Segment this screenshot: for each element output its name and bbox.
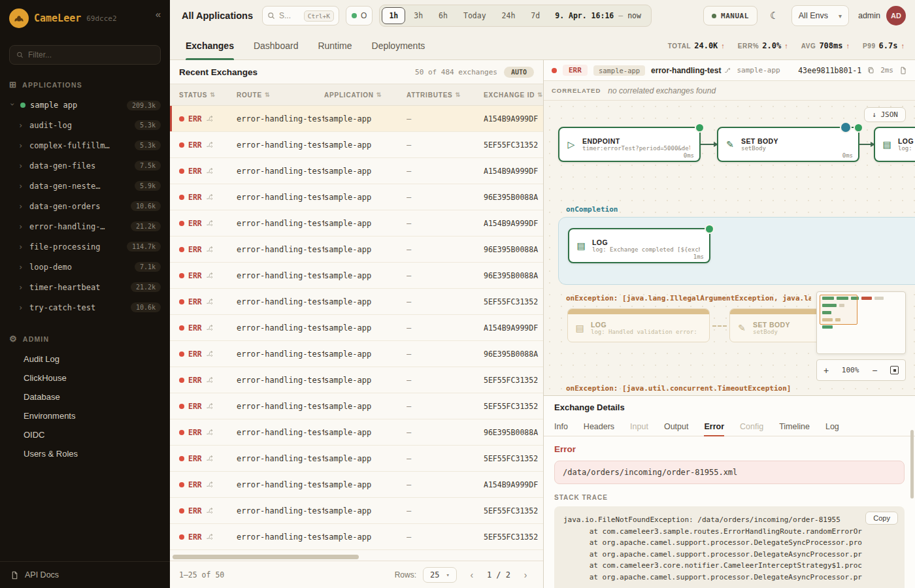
details-tab[interactable]: Input [630,417,648,436]
live-toggle[interactable]: O [346,6,373,25]
main-tab[interactable]: Dashboard [254,31,299,59]
exchange-row[interactable]: ERR error-handling-test sample-app — 5EF… [170,498,543,524]
zoom-out-button[interactable]: − [872,365,877,376]
global-search[interactable]: S... Ctrl+K [262,6,339,25]
details-tab[interactable]: Timeline [779,417,810,436]
manual-refresh-button[interactable]: MANUAL [703,6,757,25]
environment-select[interactable]: All Envs ▾ [791,5,849,26]
sidebar-route-item[interactable]: › complex-fulfillm… 5.3k [0,135,170,155]
error-dot [179,430,184,435]
details-title: Exchange Details [544,396,915,417]
route-flow-diagram[interactable]: ↓ JSON ▷ ENDPOINT timer:errorTest?period… [544,101,915,395]
copy-button[interactable]: Copy [865,512,898,525]
flow-node-endpoint[interactable]: ▷ ENDPOINT timer:errorTest?period=5000&d… [558,127,701,162]
flow-node-exception-log[interactable]: ▤ LOG log: Handled validation error: ${e… [567,308,710,342]
exchange-row[interactable]: ERR error-handling-test sample-app — 5EF… [170,289,543,315]
exchange-row[interactable]: ERR error-handling-test sample-app — 96E… [170,263,543,289]
main-tab[interactable]: Exchanges [186,31,234,59]
branch-icon [206,481,213,488]
sidebar-admin-item[interactable]: ClickHouse [0,368,170,387]
details-tab[interactable]: Output [664,417,689,436]
sidebar-admin-item[interactable]: Audit Log [0,350,170,368]
vertical-scrollbar-thumb[interactable] [910,430,914,498]
sidebar-filter[interactable] [9,45,161,65]
route-name[interactable]: error-handling-test [651,66,731,75]
exchange-row[interactable]: ERR error-handling-test sample-app — 5EF… [170,446,543,472]
sidebar-collapse-button[interactable]: « [156,8,161,20]
sidebar-app-sample-app[interactable]: › sample app 209.3k [0,95,170,115]
sidebar-route-item[interactable]: › audit-log 5.3k [0,115,170,135]
flow-node-oncompletion-log[interactable]: ▤ LOG log: Exchange completed [${exchan … [568,228,710,263]
sidebar-admin-item[interactable]: Users & Roles [0,444,170,463]
exchange-row[interactable]: ERR error-handling-test sample-app — 96E… [170,184,543,210]
exchange-id-cell: A154B9A999DF [484,114,543,123]
exchange-row[interactable]: ERR error-handling-test sample-app — 5EF… [170,393,543,419]
fit-view-icon[interactable] [890,366,899,374]
sidebar-route-item[interactable]: › data-gen-neste… 5.9k [0,176,170,196]
zoom-controls: + 100% − [816,359,906,381]
flow-node-log[interactable]: ▤ LOG log: Sta [874,127,915,162]
sidebar-route-item[interactable]: › error-handling-… 21.2k [0,216,170,237]
time-range-button[interactable]: 24h [495,7,523,24]
flow-minimap[interactable] [816,291,906,354]
next-page-button[interactable]: › [517,566,534,583]
column-header[interactable]: ROUTE ⇅ [237,91,324,99]
sidebar-route-item[interactable]: › timer-heartbeat 21.2k [0,277,170,297]
details-tab[interactable]: Info [554,417,568,436]
sidebar-route-item[interactable]: › data-gen-files 7.5k [0,155,170,176]
sidebar-route-item[interactable]: › try-catch-test 10.6k [0,297,170,318]
sidebar-admin-item[interactable]: OIDC [0,425,170,444]
sidebar-route-item[interactable]: › loop-demo 7.1k [0,257,170,277]
document-icon[interactable] [899,67,907,74]
sidebar-admin-item[interactable]: Database [0,387,170,406]
details-tab[interactable]: Log [825,417,839,436]
dark-mode-toggle[interactable]: ☾ [764,5,785,26]
exchange-row[interactable]: ERR error-handling-test sample-app — A15… [170,472,543,498]
route-cell: error-handling-test [237,506,324,515]
application-cell: sample-app [324,140,407,150]
time-range-button[interactable]: Today [456,7,493,24]
download-json-button[interactable]: ↓ JSON [864,107,906,122]
exchange-row[interactable]: ERR error-handling-test sample-app — A15… [170,106,543,132]
sidebar-route-item[interactable]: › data-gen-orders 10.6k [0,196,170,216]
exchange-row[interactable]: ERR error-handling-test sample-app — A15… [170,315,543,341]
sidebar-admin-item[interactable]: Environments [0,406,170,425]
user-menu[interactable]: admin AD [858,6,906,25]
column-header[interactable]: STATUS ⇅ [179,91,237,99]
exchange-row[interactable]: ERR error-handling-test sample-app — A15… [170,158,543,184]
filter-input[interactable] [28,50,154,59]
sidebar-api-docs[interactable]: API Docs [0,561,170,588]
column-header[interactable]: EXCHANGE ID ⇅ [484,91,543,99]
details-tab[interactable]: Headers [584,417,614,436]
scrollbar-thumb[interactable] [173,555,359,559]
column-header[interactable]: ATTRIBUTES ⇅ [407,91,484,99]
exchange-row[interactable]: ERR error-handling-test sample-app — 96E… [170,237,543,263]
exchange-row[interactable]: ERR error-handling-test sample-app — A15… [170,210,543,237]
main-tab[interactable]: Runtime [318,31,352,59]
details-tab[interactable]: Error [704,417,724,436]
exchange-row[interactable]: ERR error-handling-test sample-app — 5EF… [170,524,543,550]
main-tab[interactable]: Deployments [372,31,425,59]
time-range-button[interactable]: 3h [407,7,430,24]
exchange-row[interactable]: ERR error-handling-test sample-app — 96E… [170,341,543,367]
auto-refresh-pill[interactable]: AUTO [504,67,534,78]
sidebar-route-item[interactable]: › file-processing 114.7k [0,237,170,257]
minimap-viewport[interactable] [820,295,857,325]
exchange-row[interactable]: ERR error-handling-test sample-app — 96E… [170,419,543,446]
copy-icon[interactable] [867,67,874,74]
horizontal-scrollbar[interactable] [170,554,543,561]
exchange-row[interactable]: ERR error-handling-test sample-app — 5EF… [170,367,543,393]
time-range-button[interactable]: 7d [524,7,547,24]
rows-per-page-select[interactable]: 25 ▾ [423,567,457,583]
time-range-button[interactable]: 6h [431,7,455,24]
time-range-button[interactable]: 1h [382,7,405,24]
date-range[interactable]: 9. Apr. 16:16 — now [547,11,649,20]
previous-page-button[interactable]: ‹ [463,566,480,583]
route-cell: error-handling-test [237,323,324,333]
details-tab[interactable]: Config [740,417,763,436]
exchange-row[interactable]: ERR error-handling-test sample-app — 5EF… [170,132,543,158]
zoom-in-button[interactable]: + [824,365,829,376]
route-cell: error-handling-test [237,428,324,437]
column-header[interactable]: APPLICATION ⇅ [324,91,407,99]
flow-node-setbody[interactable]: ✎ SET BODY setBody 0ms [717,127,859,162]
